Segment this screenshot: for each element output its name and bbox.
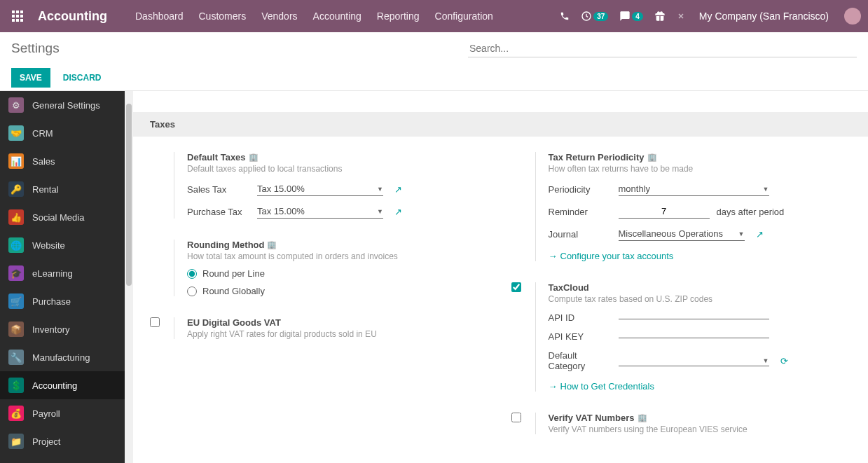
sidebar-item-label: General Settings [32, 100, 100, 111]
sidebar-item-social-media[interactable]: 👍Social Media [0, 203, 125, 231]
verify-vat-desc: Verify VAT numbers using the European VI… [549, 424, 852, 434]
search-input[interactable] [468, 40, 857, 57]
arrow-right-icon: → [549, 381, 558, 392]
sidebar-item-label: Manufacturing [32, 352, 90, 363]
external-link-icon[interactable]: ↗ [756, 229, 764, 240]
sidebar-item-label: Payroll [32, 408, 60, 419]
sidebar-item-manufacturing[interactable]: 🔧Manufacturing [0, 343, 125, 371]
nav-accounting[interactable]: Accounting [313, 11, 361, 22]
sidebar-item-purchase[interactable]: 🛒Purchase [0, 287, 125, 315]
messages-icon[interactable]: 4 [619, 11, 643, 22]
apps-menu-icon[interactable] [7, 6, 28, 27]
configure-tax-accounts-link[interactable]: →Configure your tax accounts [549, 251, 674, 261]
external-link-icon[interactable]: ↗ [394, 207, 402, 217]
get-credentials-link[interactable]: →How to Get Credentials [549, 381, 654, 392]
arrow-right-icon: → [549, 251, 558, 261]
sidebar-item-sales[interactable]: 📊Sales [0, 147, 125, 175]
nav-vendors[interactable]: Vendors [261, 11, 297, 22]
sidebar-item-label: Accounting [32, 380, 77, 391]
chevron-down-icon: ▼ [377, 186, 383, 193]
activities-badge: 37 [593, 12, 608, 21]
refresh-icon[interactable]: ⟳ [780, 356, 788, 366]
purchase-tax-select[interactable]: Tax 15.00%▼ [257, 205, 383, 219]
company-selector[interactable]: My Company (San Francisco) [699, 11, 829, 22]
round-globally-radio[interactable] [187, 286, 197, 296]
save-button[interactable]: SAVE [11, 68, 50, 88]
sidebar-item-project[interactable]: 📁Project [0, 427, 125, 455]
chart-icon: 📊 [8, 153, 24, 169]
eu-vat-checkbox[interactable] [150, 317, 160, 327]
round-per-line-radio[interactable] [187, 269, 197, 279]
svg-rect-0 [12, 11, 15, 13]
journal-select[interactable]: Miscellaneous Operations▼ [619, 227, 745, 241]
activities-icon[interactable]: 37 [581, 11, 608, 22]
sidebar-item-inventory[interactable]: 📦Inventory [0, 315, 125, 343]
taxcloud-title: TaxCloud [549, 282, 589, 293]
sidebar-item-payroll[interactable]: 💰Payroll [0, 399, 125, 427]
gift-icon[interactable] [654, 11, 666, 22]
actions-bar: SAVE DISCARD [0, 64, 868, 91]
sidebar-item-accounting[interactable]: 💲Accounting [0, 371, 125, 399]
round-per-line-label: Round per Line [202, 268, 265, 279]
sidebar-item-rental[interactable]: 🔑Rental [0, 175, 125, 203]
handshake-icon: 🤝 [8, 125, 24, 141]
sidebar-item-website[interactable]: 🌐Website [0, 231, 125, 259]
svg-rect-1 [16, 11, 19, 13]
building-icon: 🏢 [647, 153, 657, 162]
sales-tax-label: Sales Tax [187, 184, 250, 195]
nav-configuration[interactable]: Configuration [435, 11, 493, 22]
sidebar-item-label: Rental [32, 184, 59, 195]
nav-dashboard[interactable]: Dashboard [135, 11, 184, 22]
external-link-icon[interactable]: ↗ [394, 184, 402, 195]
eu-vat-desc: Apply right VAT rates for digital produc… [187, 329, 490, 339]
reminder-input[interactable] [619, 205, 710, 219]
purchase-tax-label: Purchase Tax [187, 207, 250, 217]
eu-vat-title: EU Digital Goods VAT [187, 317, 281, 328]
wrench-icon: 🔧 [8, 350, 24, 365]
close-icon[interactable] [677, 12, 685, 20]
taxcloud-checkbox[interactable] [511, 282, 521, 292]
section-taxes: Taxes [133, 112, 868, 137]
sidebar-item-label: Website [32, 240, 65, 251]
verify-vat-checkbox[interactable] [511, 413, 521, 422]
setting-eu-vat: EU Digital Goods VAT Apply right VAT rat… [150, 317, 490, 339]
journal-label: Journal [549, 229, 612, 240]
building-icon: 🏢 [638, 413, 647, 422]
sidebar-item-general-settings[interactable]: ⚙General Settings [0, 91, 125, 119]
api-id-input[interactable] [619, 316, 769, 319]
project-icon: 📁 [8, 434, 24, 449]
phone-icon[interactable] [560, 11, 570, 21]
reminder-label: Reminder [549, 207, 612, 217]
top-navbar: Accounting Dashboard Customers Vendors A… [0, 0, 868, 32]
cart-icon: 🛒 [8, 293, 24, 309]
svg-rect-5 [20, 15, 23, 18]
sidebar-item-crm[interactable]: 🤝CRM [0, 119, 125, 147]
reminder-suffix: days after period [717, 207, 785, 217]
user-avatar[interactable] [844, 8, 861, 25]
nav-reporting[interactable]: Reporting [377, 11, 420, 22]
nav-links: Dashboard Customers Vendors Accounting R… [135, 11, 493, 22]
sidebar-item-label: eLearning [32, 268, 73, 279]
sidebar-item-label: Social Media [32, 212, 84, 223]
discard-button[interactable]: DISCARD [63, 73, 102, 83]
svg-rect-3 [12, 15, 15, 18]
sales-tax-select[interactable]: Tax 15.00%▼ [257, 182, 383, 196]
setting-taxcloud: TaxCloud Compute tax rates based on U.S.… [511, 282, 852, 392]
default-category-select[interactable]: ▼ [619, 356, 769, 366]
periodicity-title: Tax Return Periodicity [549, 152, 645, 163]
setting-default-taxes: Default Taxes🏢 Default taxes applied to … [150, 152, 490, 219]
nav-customers[interactable]: Customers [199, 11, 247, 22]
sidebar-item-elearning[interactable]: 🎓eLearning [0, 259, 125, 287]
periodicity-select[interactable]: monthly▼ [619, 182, 769, 196]
app-brand[interactable]: Accounting [38, 9, 107, 24]
sidebar-item-label: Purchase [32, 296, 71, 307]
sidebar-scrollbar[interactable] [125, 91, 133, 463]
setting-verify-vat: Verify VAT Numbers🏢 Verify VAT numbers u… [511, 413, 852, 434]
setting-periodicity: Tax Return Periodicity🏢 How often tax re… [511, 152, 852, 261]
api-key-input[interactable] [619, 335, 769, 338]
svg-rect-6 [12, 19, 15, 22]
page-title: Settings [11, 41, 60, 56]
thumbs-up-icon: 👍 [8, 209, 24, 225]
globe-icon: 🌐 [8, 237, 24, 253]
taxcloud-desc: Compute tax rates based on U.S. ZIP code… [549, 294, 852, 304]
